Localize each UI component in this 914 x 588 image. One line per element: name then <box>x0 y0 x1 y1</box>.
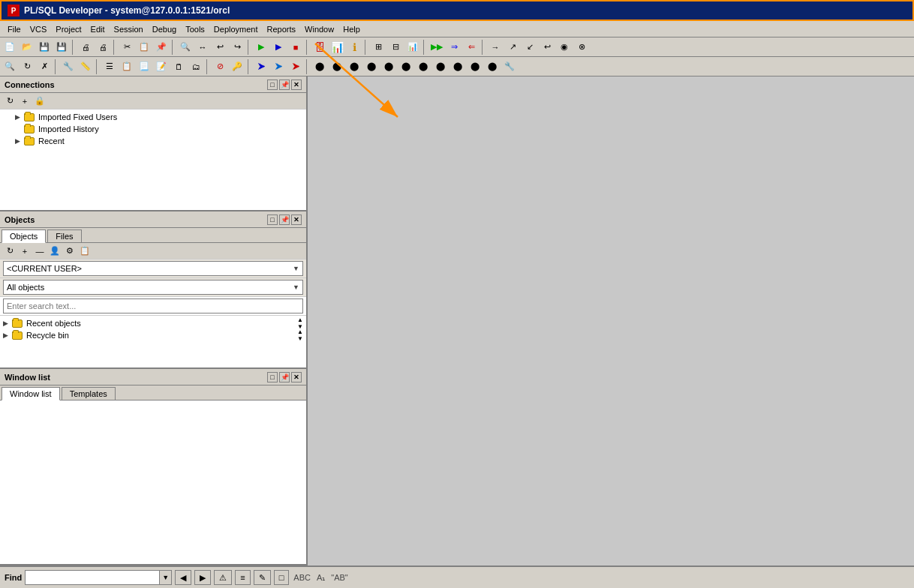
conn-add-btn[interactable]: + <box>18 94 32 108</box>
search-input[interactable] <box>3 298 303 314</box>
search-btn[interactable]: 🔍 <box>2 58 18 75</box>
obj-copy-btn[interactable]: 📋 <box>78 244 92 258</box>
find-highlight-btn[interactable]: □ <box>274 570 290 585</box>
objects-restore-btn[interactable]: □ <box>267 214 278 225</box>
list2-btn[interactable]: 📋 <box>119 58 135 75</box>
find-edit-btn[interactable]: ✎ <box>254 570 271 585</box>
obj-refresh-btn[interactable]: ↻ <box>3 244 17 258</box>
dbg10-btn[interactable]: ⬤ <box>467 58 483 75</box>
step5-btn[interactable]: ◉ <box>556 39 573 56</box>
menu-debug[interactable]: Debug <box>148 23 181 35</box>
exec2-btn[interactable]: ⇒ <box>446 39 462 56</box>
ruler-btn[interactable]: 📏 <box>77 58 94 75</box>
step2-btn[interactable]: ↗ <box>504 39 521 56</box>
list6-btn[interactable]: 🗂 <box>188 58 204 75</box>
replace-btn[interactable]: ↔ <box>194 39 211 56</box>
nav1-btn[interactable]: ⮞ <box>253 58 269 75</box>
find-next-btn[interactable]: ▶ <box>194 570 211 585</box>
dbg11-btn[interactable]: ⬤ <box>484 58 501 75</box>
menu-vcs[interactable]: VCS <box>26 23 52 35</box>
all-objects-dropdown[interactable]: All objects ▼ <box>3 280 303 295</box>
save-btn[interactable]: 💾 <box>36 39 53 56</box>
wl-pin-btn[interactable]: 📌 <box>279 372 290 382</box>
clear-btn[interactable]: ✗ <box>36 58 53 75</box>
dbg5-btn[interactable]: ⬤ <box>380 58 397 75</box>
tab-files[interactable]: Files <box>47 230 81 242</box>
obj-filter-btn[interactable]: ⚙ <box>63 244 77 258</box>
dbg12-btn[interactable]: 🔧 <box>501 58 518 75</box>
find-quote-btn[interactable]: "AB" <box>329 573 349 582</box>
objects-pin-btn[interactable]: 📌 <box>279 214 290 225</box>
dbg2-btn[interactable]: ⬤ <box>329 58 345 75</box>
menu-tools[interactable]: Tools <box>181 23 209 35</box>
menu-session[interactable]: Session <box>110 23 148 35</box>
find-abc-btn[interactable]: ABC <box>292 573 312 582</box>
list4-btn[interactable]: 📝 <box>153 58 170 75</box>
find-num-btn[interactable]: A₁ <box>315 573 326 583</box>
menu-edit[interactable]: Edit <box>86 23 110 35</box>
tree-item-imported-fixed[interactable]: ▶ Imported Fixed Users <box>2 111 305 123</box>
new-btn[interactable]: 📄 <box>2 39 18 56</box>
wl-close-btn[interactable]: ✕ <box>291 372 302 382</box>
paste-btn[interactable]: 📌 <box>153 39 170 56</box>
find-dropdown-btn[interactable]: ▼ <box>160 570 172 585</box>
find-list-btn[interactable]: ≡ <box>235 570 250 585</box>
tree-item-imported-history[interactable]: ▶ Imported History <box>2 123 305 135</box>
tree-item-recent[interactable]: ▶ Recent <box>2 135 305 147</box>
save-all-btn[interactable]: 💾 <box>53 39 70 56</box>
nav3-btn[interactable]: ⮞ <box>287 58 304 75</box>
tab-objects[interactable]: Objects <box>2 230 46 243</box>
connections-restore-btn[interactable]: □ <box>267 80 278 90</box>
obj-add-btn[interactable]: + <box>18 244 32 258</box>
menu-help[interactable]: Help <box>338 23 365 35</box>
db1-btn[interactable]: 🗄 <box>311 39 328 56</box>
list5-btn[interactable]: 🗒 <box>170 58 187 75</box>
menu-reports[interactable]: Reports <box>263 23 301 35</box>
exec3-btn[interactable]: ⇐ <box>463 39 480 56</box>
tab-window-list[interactable]: Window list <box>2 387 60 400</box>
refresh-btn[interactable]: ↻ <box>19 58 35 75</box>
wl-restore-btn[interactable]: □ <box>267 372 278 382</box>
compile-btn[interactable]: ▶ <box>253 39 269 56</box>
find-btn[interactable]: 🔍 <box>177 39 194 56</box>
nav2-btn[interactable]: ⮞ <box>270 58 287 75</box>
print-btn[interactable]: 🖨 <box>77 39 94 56</box>
dbg8-btn[interactable]: ⬤ <box>432 58 449 75</box>
run-btn[interactable]: ▶ <box>270 39 287 56</box>
table-btn[interactable]: ⊟ <box>387 39 404 56</box>
objects-close-btn[interactable]: ✕ <box>291 214 302 225</box>
connections-pin-btn[interactable]: 📌 <box>279 80 290 90</box>
print-prev-btn[interactable]: 🖨 <box>95 39 111 56</box>
find-warn-btn[interactable]: ⚠ <box>214 570 232 585</box>
copy-btn[interactable]: 📋 <box>136 39 152 56</box>
grid-btn[interactable]: ⊞ <box>370 39 386 56</box>
step6-btn[interactable]: ⊗ <box>573 39 590 56</box>
menu-project[interactable]: Project <box>51 23 86 35</box>
tree-item-recent-objects[interactable]: ▶ Recent objects ▲ ▼ <box>2 317 305 329</box>
chart-btn[interactable]: 📊 <box>404 39 421 56</box>
dbg6-btn[interactable]: ⬤ <box>398 58 414 75</box>
current-user-dropdown[interactable]: <CURRENT USER> ▼ <box>3 261 303 276</box>
menu-file[interactable]: File <box>3 23 26 35</box>
obj-user-btn[interactable]: 👤 <box>48 244 62 258</box>
dbg4-btn[interactable]: ⬤ <box>363 58 380 75</box>
menu-deployment[interactable]: Deployment <box>209 23 263 35</box>
conn-remove-btn[interactable]: 🔒 <box>33 94 47 108</box>
cut-btn[interactable]: ✂ <box>119 39 135 56</box>
step3-btn[interactable]: ↙ <box>522 39 538 56</box>
tree-item-recycle-bin[interactable]: ▶ Recycle bin ▲ ▼ <box>2 329 305 341</box>
find-prev-btn[interactable]: ◀ <box>175 570 191 585</box>
check-btn[interactable]: ⊘ <box>212 58 228 75</box>
list3-btn[interactable]: 📃 <box>136 58 152 75</box>
connections-close-btn[interactable]: ✕ <box>291 80 302 90</box>
db2-btn[interactable]: 📊 <box>329 39 345 56</box>
find-input[interactable] <box>25 570 160 585</box>
obj-minus-btn[interactable]: — <box>33 244 47 258</box>
exec1-btn[interactable]: ▶▶ <box>428 39 445 56</box>
redo-btn[interactable]: ↪ <box>229 39 245 56</box>
dbg7-btn[interactable]: ⬤ <box>415 58 431 75</box>
tab-templates[interactable]: Templates <box>62 387 116 400</box>
conn-refresh-btn[interactable]: ↻ <box>3 94 17 108</box>
list1-btn[interactable]: ☰ <box>101 58 118 75</box>
open-btn[interactable]: 📂 <box>19 39 35 56</box>
